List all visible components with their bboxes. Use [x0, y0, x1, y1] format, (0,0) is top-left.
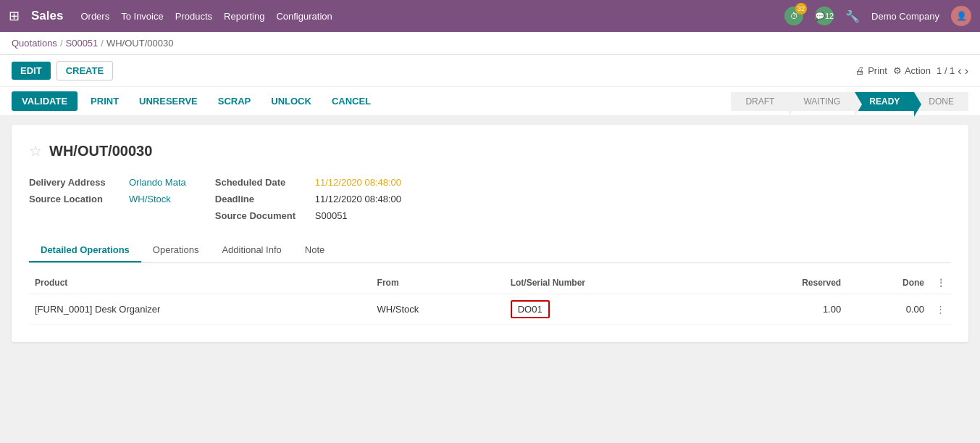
- document-title: WH/OUT/00030: [49, 143, 152, 160]
- breadcrumb-sep-1: /: [60, 38, 63, 49]
- breadcrumb-sep-2: /: [101, 38, 104, 49]
- left-fields: Delivery Address Orlando Mata Source Loc…: [29, 177, 186, 221]
- step-draft[interactable]: DRAFT: [731, 92, 789, 111]
- tabs: Detailed Operations Operations Additiona…: [29, 239, 951, 263]
- edit-button[interactable]: EDIT: [12, 62, 51, 80]
- breadcrumb-current: WH/OUT/00030: [106, 38, 173, 49]
- scrap-button[interactable]: SCRAP: [211, 91, 259, 111]
- print-icon: 🖨: [855, 65, 865, 76]
- cell-done[interactable]: 0.00: [847, 294, 930, 325]
- tab-additional-info[interactable]: Additional Info: [210, 239, 293, 262]
- step-done[interactable]: DONE: [914, 92, 968, 111]
- nav-configuration[interactable]: Configuration: [276, 11, 332, 22]
- pagination-text: 1 / 1: [937, 65, 955, 76]
- timer-badge: 32: [795, 3, 807, 15]
- form-card: ☆ WH/OUT/00030 Delivery Address Orlando …: [12, 125, 968, 342]
- nav-to-invoice[interactable]: To Invoice: [121, 11, 164, 22]
- user-avatar[interactable]: 👤: [951, 6, 971, 26]
- cell-reserved: 1.00: [720, 294, 847, 325]
- status-steps: DRAFT WAITING READY DONE: [731, 92, 968, 111]
- action-label: Action: [905, 65, 931, 76]
- app-name: Sales: [31, 9, 63, 23]
- nav-orders[interactable]: Orders: [80, 11, 109, 22]
- deadline-value[interactable]: 11/12/2020 08:48:00: [315, 194, 401, 204]
- deadline-label: Deadline: [215, 194, 309, 204]
- cancel-button[interactable]: CANCEL: [324, 91, 378, 111]
- create-button[interactable]: CREATE: [56, 61, 113, 80]
- msg-badge: 12: [825, 12, 834, 20]
- tab-detailed-operations[interactable]: Detailed Operations: [29, 239, 141, 262]
- col-done: Done: [847, 272, 930, 294]
- delivery-address-label: Delivery Address: [29, 177, 123, 188]
- col-from: From: [372, 272, 505, 294]
- unreserve-button[interactable]: UNRESERVE: [132, 91, 205, 111]
- favorite-star-icon[interactable]: ☆: [29, 142, 42, 160]
- table-row: [FURN_0001] Desk Organizer WH/Stock DO01…: [29, 294, 951, 325]
- source-doc-value: S00051: [315, 210, 348, 221]
- print-button[interactable]: 🖨 Print: [855, 65, 887, 76]
- deadline-row: Deadline 11/12/2020 08:48:00: [215, 194, 401, 204]
- table-header-row: Product From Lot/Serial Number Reserved …: [29, 272, 951, 294]
- cell-from[interactable]: WH/Stock: [372, 294, 505, 325]
- step-waiting[interactable]: WAITING: [789, 92, 855, 111]
- breadcrumb-quotations[interactable]: Quotations: [12, 38, 57, 49]
- col-product: Product: [29, 272, 372, 294]
- timer-button[interactable]: ⏱ 32: [784, 7, 803, 25]
- print-status-button[interactable]: PRINT: [83, 91, 126, 111]
- messages-button[interactable]: 💬 12: [815, 7, 834, 25]
- unlock-button[interactable]: UNLOCK: [264, 91, 319, 111]
- settings-icon[interactable]: 🔧: [845, 9, 860, 23]
- scheduled-date-row: Scheduled Date 11/12/2020 08:48:00: [215, 177, 401, 188]
- form-fields: Delivery Address Orlando Mata Source Loc…: [29, 177, 951, 221]
- cell-lot-serial[interactable]: DO01: [505, 294, 721, 325]
- main-content: ☆ WH/OUT/00030 Delivery Address Orlando …: [0, 116, 980, 351]
- right-fields: Scheduled Date 11/12/2020 08:48:00 Deadl…: [215, 177, 401, 221]
- row-menu-button[interactable]: ⋮: [930, 294, 951, 325]
- prev-page-button[interactable]: ‹: [958, 65, 961, 78]
- top-navigation: ⊞ Sales Orders To Invoice Products Repor…: [0, 0, 980, 32]
- tab-operations[interactable]: Operations: [141, 239, 211, 262]
- tab-note[interactable]: Note: [293, 239, 336, 262]
- delivery-address-row: Delivery Address Orlando Mata: [29, 177, 186, 188]
- breadcrumb-s00051[interactable]: S00051: [66, 38, 99, 49]
- source-location-value[interactable]: WH/Stock: [129, 194, 171, 204]
- source-doc-label: Source Document: [215, 210, 309, 221]
- next-page-button[interactable]: ›: [965, 65, 968, 78]
- nav-reporting[interactable]: Reporting: [224, 11, 264, 22]
- delivery-address-value[interactable]: Orlando Mata: [129, 177, 186, 188]
- action-button[interactable]: ⚙ Action: [893, 65, 931, 76]
- status-bar: VALIDATE PRINT UNRESERVE SCRAP UNLOCK CA…: [0, 87, 980, 116]
- cell-product[interactable]: [FURN_0001] Desk Organizer: [29, 294, 372, 325]
- print-label: Print: [868, 65, 887, 76]
- step-ready[interactable]: READY: [855, 92, 914, 111]
- col-reserved: Reserved: [720, 272, 847, 294]
- source-location-label: Source Location: [29, 194, 123, 204]
- col-lot-serial: Lot/Serial Number: [505, 272, 721, 294]
- app-grid-icon[interactable]: ⊞: [9, 8, 20, 24]
- detailed-operations-table: Product From Lot/Serial Number Reserved …: [29, 272, 951, 325]
- source-doc-row: Source Document S00051: [215, 210, 401, 221]
- scheduled-date-value[interactable]: 11/12/2020 08:48:00: [315, 177, 401, 188]
- source-location-row: Source Location WH/Stock: [29, 194, 186, 204]
- company-name: Demo Company: [871, 11, 939, 22]
- scheduled-date-label: Scheduled Date: [215, 177, 309, 188]
- validate-button[interactable]: VALIDATE: [12, 91, 78, 111]
- form-title-row: ☆ WH/OUT/00030: [29, 142, 951, 160]
- nav-products[interactable]: Products: [175, 11, 212, 22]
- col-menu-header: ⋮: [930, 272, 951, 294]
- lot-serial-value[interactable]: DO01: [511, 300, 550, 318]
- action-bar: EDIT CREATE 🖨 Print ⚙ Action 1 / 1 ‹ ›: [0, 55, 980, 87]
- gear-icon: ⚙: [893, 65, 902, 76]
- breadcrumb: Quotations / S00051 / WH/OUT/00030: [0, 32, 980, 55]
- pagination: 1 / 1 ‹ ›: [937, 65, 968, 78]
